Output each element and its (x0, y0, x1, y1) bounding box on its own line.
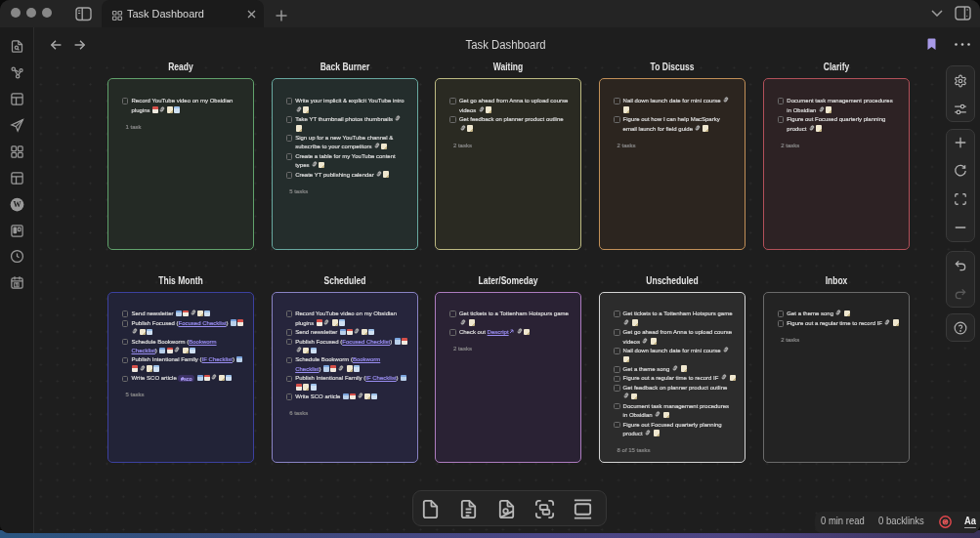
svg-text:W: W (13, 200, 21, 209)
